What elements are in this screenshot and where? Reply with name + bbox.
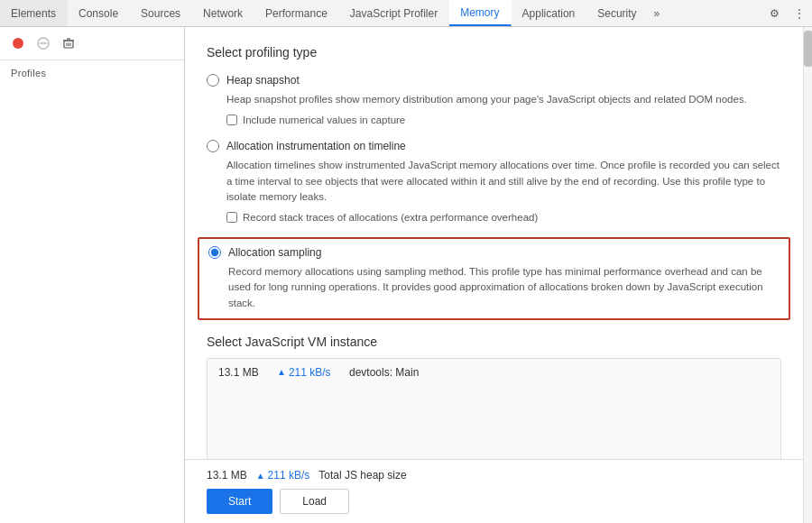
vm-rate-arrow-icon: ▲: [277, 367, 286, 377]
sidebar-toolbar: [0, 27, 184, 60]
scrollbar-thumb[interactable]: [804, 31, 812, 67]
tab-overflow-btn[interactable]: »: [649, 0, 666, 26]
heap-snapshot-header: Heap snapshot: [207, 74, 781, 87]
stop-button[interactable]: [32, 32, 54, 54]
heap-size-row: 13.1 MB ▲ 211 kB/s Total JS heap size: [207, 469, 781, 482]
tab-elements[interactable]: Elements: [0, 0, 68, 26]
allocation-instrumentation-desc: Allocation timelines show instrumented J…: [226, 158, 781, 205]
allocation-stack-label: Record stack traces of allocations (extr…: [243, 212, 538, 223]
svg-point-0: [13, 38, 23, 49]
start-button[interactable]: Start: [207, 489, 272, 514]
tab-network[interactable]: Network: [192, 0, 254, 26]
vm-list: 13.1 MB ▲ 211 kB/s devtools: Main: [207, 358, 781, 459]
vm-section-title: Select JavaScript VM instance: [207, 335, 781, 349]
allocation-stack-checkbox[interactable]: [226, 212, 237, 223]
heap-numerical-checkbox[interactable]: [226, 115, 237, 125]
vm-rate-value: 211 kB/s: [289, 366, 331, 379]
tab-sources[interactable]: Sources: [130, 0, 192, 26]
more-icon: ⋮: [794, 7, 805, 20]
allocation-instrumentation-radio[interactable]: [207, 140, 219, 152]
allocation-sampling-header: Allocation sampling: [208, 246, 780, 259]
content-panel: Select profiling type Heap snapshot Heap…: [185, 27, 803, 459]
vm-rate: ▲ 211 kB/s: [277, 366, 340, 379]
gear-icon: ⚙: [770, 7, 780, 20]
settings-button[interactable]: ⚙: [762, 7, 787, 20]
tab-performance[interactable]: Performance: [254, 0, 339, 26]
heap-snapshot-checkbox-row: Include numerical values in capture: [226, 115, 781, 125]
vm-size: 13.1 MB: [218, 366, 268, 379]
clear-button[interactable]: [58, 32, 79, 54]
tab-bar: Elements Console Sources Network Perform…: [0, 0, 812, 27]
scrollbar-track[interactable]: [803, 27, 812, 523]
heap-rate: ▲ 211 kB/s: [256, 469, 310, 482]
tab-console[interactable]: Console: [68, 0, 130, 26]
heap-snapshot-label[interactable]: Heap snapshot: [226, 74, 300, 87]
tab-security[interactable]: Security: [586, 0, 648, 26]
heap-snapshot-radio[interactable]: [207, 74, 219, 87]
tab-application[interactable]: Application: [512, 0, 587, 26]
allocation-instrumentation-header: Allocation instrumentation on timeline: [207, 140, 781, 152]
heap-snapshot-desc: Heap snapshot profiles show memory distr…: [226, 92, 781, 107]
tab-memory[interactable]: Memory: [449, 0, 511, 26]
record-button[interactable]: [7, 32, 29, 54]
sidebar: Profiles: [0, 27, 185, 523]
vm-instance-row[interactable]: 13.1 MB ▲ 211 kB/s devtools: Main: [208, 359, 780, 386]
select-profiling-title: Select profiling type: [207, 45, 781, 60]
heap-snapshot-option: Heap snapshot Heap snapshot profiles sho…: [207, 74, 781, 125]
allocation-sampling-option: Allocation sampling Record memory alloca…: [198, 237, 790, 320]
allocation-sampling-label[interactable]: Allocation sampling: [228, 246, 321, 259]
profiles-section-label: Profiles: [0, 60, 184, 82]
tab-js-profiler[interactable]: JavaScript Profiler: [339, 0, 449, 26]
action-buttons: Start Load: [207, 489, 781, 514]
allocation-sampling-radio[interactable]: [208, 246, 221, 259]
allocation-instrumentation-option: Allocation instrumentation on timeline A…: [207, 140, 781, 223]
allocation-stack-checkbox-row: Record stack traces of allocations (extr…: [226, 212, 781, 223]
heap-label: Total JS heap size: [318, 469, 406, 482]
bottom-bar: 13.1 MB ▲ 211 kB/s Total JS heap size St…: [185, 459, 803, 523]
heap-total-size: 13.1 MB: [207, 469, 247, 482]
load-button[interactable]: Load: [280, 489, 349, 514]
main-area: Profiles Select profiling type Heap snap…: [0, 27, 812, 523]
allocation-instrumentation-label[interactable]: Allocation instrumentation on timeline: [226, 140, 406, 152]
allocation-sampling-desc: Record memory allocations using sampling…: [228, 264, 780, 311]
heap-rate-value: 211 kB/s: [268, 469, 310, 482]
more-options-button[interactable]: ⋮: [787, 7, 812, 20]
heap-rate-arrow-icon: ▲: [256, 471, 265, 481]
heap-numerical-label: Include numerical values in capture: [243, 115, 405, 125]
vm-section: Select JavaScript VM instance 13.1 MB ▲ …: [207, 335, 781, 459]
vm-name: devtools: Main: [349, 366, 419, 379]
